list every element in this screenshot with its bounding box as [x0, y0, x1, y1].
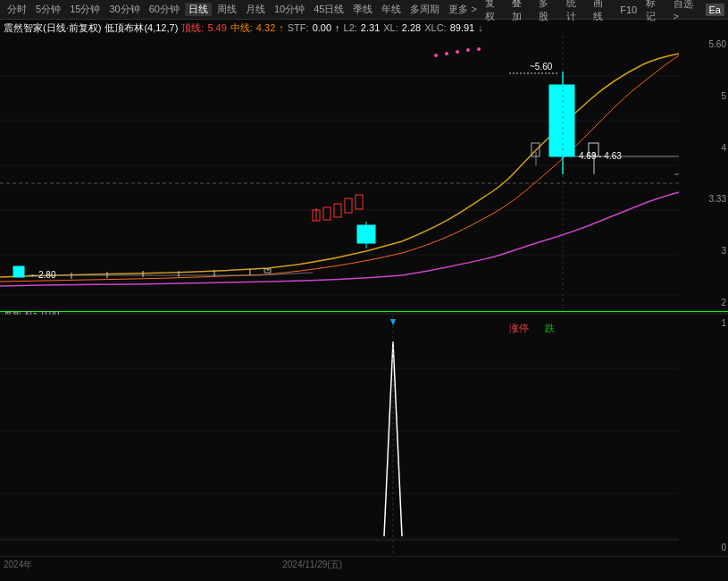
sub-price-scale: 1 0 — [683, 315, 728, 556]
main-chart: ~5.60 4.69 - 4.63 ←2.80 5.60 5 4 3.33 3 … — [0, 36, 728, 311]
price-4: 4 — [685, 143, 726, 153]
toolbar-more[interactable]: 更多 > — [445, 3, 480, 16]
toolbar-yearly[interactable]: 年线 — [378, 3, 405, 16]
sub-chart-svg — [0, 315, 728, 556]
date-left: 2024年 — [4, 559, 32, 571]
svg-rect-10 — [334, 204, 341, 217]
toolbar-multi-period[interactable]: 多周期 — [406, 3, 443, 16]
sub-price-1: 1 — [685, 318, 726, 328]
fall-signal-label: 跌 — [545, 322, 555, 335]
toolbar-biaoji[interactable]: 标记 — [643, 0, 666, 23]
down-arrow: ↓ — [478, 22, 483, 33]
sub-chart: 涨停 跌 1 0 — [0, 315, 728, 556]
toolbar-diejia[interactable]: 叠加 — [509, 0, 532, 23]
l2-value: 2.31 — [361, 22, 380, 33]
indicator-name: 低顶布林(4,12,7) — [105, 21, 178, 35]
xlc-label: XLC: — [424, 22, 446, 33]
svg-rect-18 — [357, 225, 375, 243]
toolbar-huaxian[interactable]: 画线 — [590, 0, 614, 23]
stf-label: STF: — [288, 22, 309, 33]
price-arrow-annotation: ~5.60 — [527, 61, 555, 72]
mid-line-value: 4.32 — [256, 22, 275, 33]
date-bar: 2024年 2024/11/29(五) — [0, 556, 728, 572]
sub-price-0: 0 — [685, 543, 726, 552]
toolbar: 分时 5分钟 15分钟 30分钟 60分钟 日线 周线 月线 10分钟 45日线… — [0, 0, 728, 20]
svg-point-36 — [445, 52, 448, 55]
svg-marker-49 — [390, 319, 396, 325]
svg-point-35 — [434, 54, 438, 57]
stf-arrow: ↑ — [335, 22, 340, 33]
xl-value: 2.28 — [402, 22, 421, 33]
price-3: 3 — [685, 246, 726, 256]
toolbar-right-group: 复权 叠加 多股 统计 画线 F10 标记 自选 > Ea — [482, 0, 724, 23]
price-5.60: 5.60 — [685, 39, 726, 49]
toolbar-45day[interactable]: 45日线 — [310, 3, 347, 16]
xlc-value: 89.91 — [450, 22, 475, 33]
main-chart-svg — [0, 36, 728, 311]
svg-rect-11 — [345, 198, 352, 213]
main-price-scale: 5.60 5 4 3.33 3 2 — [683, 36, 728, 311]
svg-rect-12 — [356, 195, 363, 209]
toolbar-quarter[interactable]: 季线 — [349, 3, 376, 16]
svg-rect-9 — [323, 207, 331, 220]
toolbar-fuquan[interactable]: 复权 — [482, 0, 506, 23]
toolbar-15min[interactable]: 15分钟 — [66, 3, 104, 16]
svg-rect-21 — [13, 266, 24, 277]
mid-line-label: 中线: — [230, 21, 253, 35]
mid-arrow: ↑ — [279, 22, 284, 33]
xl-label: XL: — [383, 22, 398, 33]
svg-point-37 — [456, 50, 459, 54]
toolbar-monthly[interactable]: 月线 — [242, 3, 269, 16]
toolbar-30min[interactable]: 30分钟 — [105, 3, 143, 16]
svg-rect-14 — [549, 85, 574, 156]
toolbar-fen-shi[interactable]: 分时 — [4, 3, 30, 16]
toolbar-weekly[interactable]: 周线 — [213, 3, 240, 16]
stock-name-label: 震然智家(日线·前复权) — [4, 21, 101, 35]
toolbar-zixuan[interactable]: 自选 > — [671, 0, 702, 21]
date-mid: 2024/11/29(五) — [282, 559, 342, 571]
price-3.33: 3.33 — [685, 194, 726, 204]
price-5: 5 — [685, 91, 726, 101]
toolbar-f10[interactable]: F10 — [617, 4, 640, 15]
top-line-value: 5.49 — [207, 22, 226, 33]
price-range-annotation: 4.69 - 4.63 — [576, 150, 624, 162]
toolbar-10min[interactable]: 10分钟 — [271, 3, 308, 16]
toolbar-ea[interactable]: Ea — [706, 4, 724, 16]
l2-label: L2: — [344, 22, 357, 33]
toolbar-60min[interactable]: 60分钟 — [146, 3, 183, 16]
toolbar-duogu[interactable]: 多股 — [536, 0, 559, 23]
left-price-marker: ←2.80 — [27, 269, 58, 281]
toolbar-5min[interactable]: 5分钟 — [32, 3, 64, 16]
top-line-label: 顶线: — [181, 21, 204, 35]
svg-point-38 — [466, 48, 470, 52]
rise-signal-label: 涨停 — [509, 322, 529, 335]
toolbar-daily[interactable]: 日线 — [185, 3, 212, 16]
toolbar-tongji[interactable]: 统计 — [564, 0, 587, 23]
svg-point-39 — [477, 47, 481, 51]
svg-line-23 — [259, 273, 313, 275]
stf-value: 0.00 — [313, 22, 331, 33]
price-2: 2 — [685, 298, 726, 307]
